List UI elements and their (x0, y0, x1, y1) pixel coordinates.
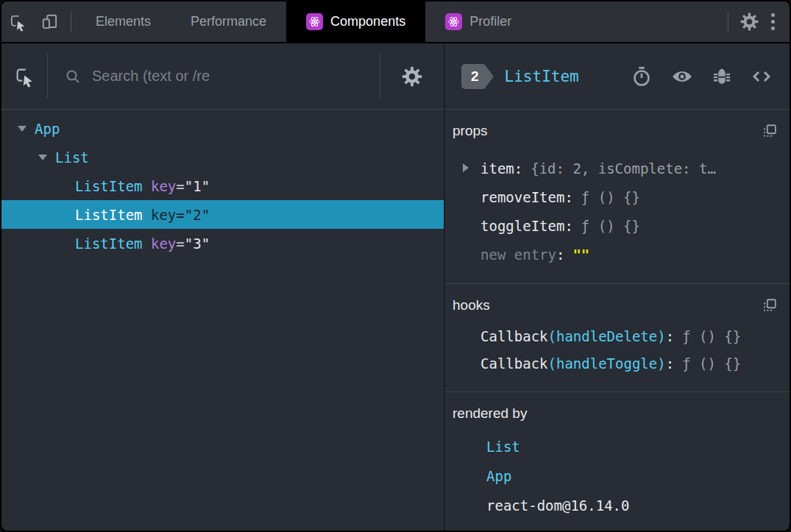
hook-type: Callback (480, 355, 548, 372)
colon: : (556, 247, 564, 263)
expander-arrow-icon[interactable] (463, 163, 469, 172)
colon: : (564, 189, 572, 205)
react-logo-icon (445, 13, 462, 30)
suspense-stopwatch-icon[interactable] (631, 65, 653, 88)
equals-sign: = (176, 207, 184, 223)
component-name: ListItem (1, 178, 143, 194)
hook-row-handledelete: Callback(handleDelete): ƒ () {} (453, 322, 782, 350)
rendered-by-item-app[interactable]: App (453, 461, 782, 491)
owner-link[interactable]: List (486, 439, 520, 455)
hook-name: (handleDelete) (548, 328, 666, 344)
tab-label: Components (330, 14, 405, 29)
prop-row-removeitem: removeItem: ƒ () {} (453, 182, 782, 211)
equals-sign: = (176, 178, 184, 194)
key-attr-name: key (151, 178, 176, 194)
rendered-by-item-reactdom: react-dom@16.14.0 (453, 491, 782, 520)
hook-value: ƒ () {} (682, 355, 741, 372)
settings-gear-icon[interactable] (733, 1, 765, 42)
tab-label: Elements (96, 14, 151, 29)
log-bug-icon[interactable] (712, 66, 732, 87)
hook-type: Callback (480, 328, 548, 344)
rendered-by-item-list[interactable]: List (453, 432, 782, 461)
component-name: ListItem (1, 207, 143, 223)
tab-components[interactable]: Components (286, 1, 425, 42)
device-toolbar-icon[interactable] (34, 1, 66, 42)
props-section-title: props (453, 123, 488, 139)
owner-link[interactable]: App (486, 468, 511, 484)
new-entry-label[interactable]: new entry (480, 247, 556, 263)
component-name: App (1, 121, 60, 137)
tab-performance[interactable]: Performance (171, 1, 286, 42)
component-tree: App List ListItem key="1" ListItem key="… (1, 110, 444, 531)
expander-arrow-icon[interactable] (38, 155, 47, 160)
hook-name: (handleToggle) (548, 355, 666, 372)
more-options-kebab-icon[interactable] (765, 13, 790, 30)
prop-value: {id: 2, isComplete: t… (531, 160, 716, 177)
expander-arrow-icon[interactable] (18, 126, 26, 132)
copy-props-icon[interactable] (762, 123, 782, 139)
prop-name: toggleItem (480, 218, 564, 234)
tab-profiler[interactable]: Profiler (425, 1, 531, 42)
prop-row-item: item: {id: 2, isComplete: t… (453, 154, 782, 182)
hook-value: ƒ () {} (682, 328, 741, 344)
tab-elements[interactable]: Elements (76, 1, 171, 42)
props-section: props item: {id: 2, isComplete: (445, 110, 790, 284)
prop-value: ƒ () {} (581, 189, 640, 205)
prop-name: item (480, 160, 514, 177)
selected-element-panel: 2 ListItem (445, 43, 790, 531)
key-attr-value: "1" (185, 178, 210, 194)
view-source-code-icon[interactable] (750, 65, 773, 88)
react-logo-icon (306, 13, 323, 30)
tab-label: Profiler (469, 14, 511, 29)
rendered-by-section: rendered by List App react-dom@16.14.0 (445, 392, 790, 531)
selected-element-header: 2 ListItem (445, 43, 790, 110)
tree-row-listitem-2-selected[interactable]: ListItem key="2" (1, 200, 444, 229)
prop-row-new-entry[interactable]: new entry: "" (453, 240, 782, 269)
key-attr-name: key (151, 235, 176, 252)
search-icon (64, 68, 82, 85)
inspected-element-body: props item: {id: 2, isComplete: (445, 110, 790, 531)
prop-value: ƒ () {} (581, 218, 640, 234)
colon: : (564, 218, 572, 234)
renderer-version: react-dom@16.14.0 (486, 497, 629, 514)
key-attr-value: "3" (185, 235, 210, 252)
selected-component-title: ListItem (505, 68, 631, 85)
search-area (48, 68, 380, 85)
key-attr-name: key (151, 207, 176, 223)
rendered-by-title: rendered by (453, 405, 527, 422)
header-actions (631, 65, 779, 88)
colon: : (514, 160, 522, 177)
prop-name: removeItem (480, 189, 564, 205)
new-entry-value-input[interactable]: "" (572, 247, 589, 263)
tree-row-list[interactable]: List (1, 143, 444, 171)
tree-row-listitem-3[interactable]: ListItem key="3" (1, 229, 444, 258)
hooks-section: hooks Callback(handleDelete): ƒ () {} (445, 284, 790, 392)
devtools-tabbar: Elements Performance Components (1, 1, 790, 43)
colon: : (666, 355, 674, 372)
tab-label: Performance (191, 14, 266, 29)
tree-toolbar (1, 43, 444, 110)
tree-row-app[interactable]: App (1, 114, 444, 143)
prop-row-toggleitem: toggleItem: ƒ () {} (453, 211, 782, 240)
equals-sign: = (176, 235, 184, 252)
hook-row-handletoggle: Callback(handleToggle): ƒ () {} (453, 350, 782, 377)
devtools-window: Elements Performance Components (0, 0, 791, 532)
tree-settings-gear-icon[interactable] (380, 65, 444, 88)
key-attr-value: "2" (185, 207, 210, 223)
main-area: App List ListItem key="1" ListItem key="… (1, 43, 790, 531)
tree-row-listitem-1[interactable]: ListItem key="1" (1, 171, 444, 200)
select-element-icon[interactable] (1, 65, 47, 88)
search-input[interactable] (92, 68, 327, 85)
inspect-dom-eye-icon[interactable] (670, 65, 694, 88)
colon: : (666, 328, 674, 344)
component-name: ListItem (1, 235, 143, 252)
tabbar-divider (71, 12, 71, 32)
hooks-section-title: hooks (453, 297, 490, 313)
owners-stack-badge: 2 (461, 64, 484, 89)
inspect-element-icon[interactable] (1, 1, 34, 42)
tabbar-divider (728, 12, 728, 32)
components-tree-panel: App List ListItem key="1" ListItem key="… (1, 43, 444, 531)
copy-hooks-icon[interactable] (762, 297, 782, 313)
